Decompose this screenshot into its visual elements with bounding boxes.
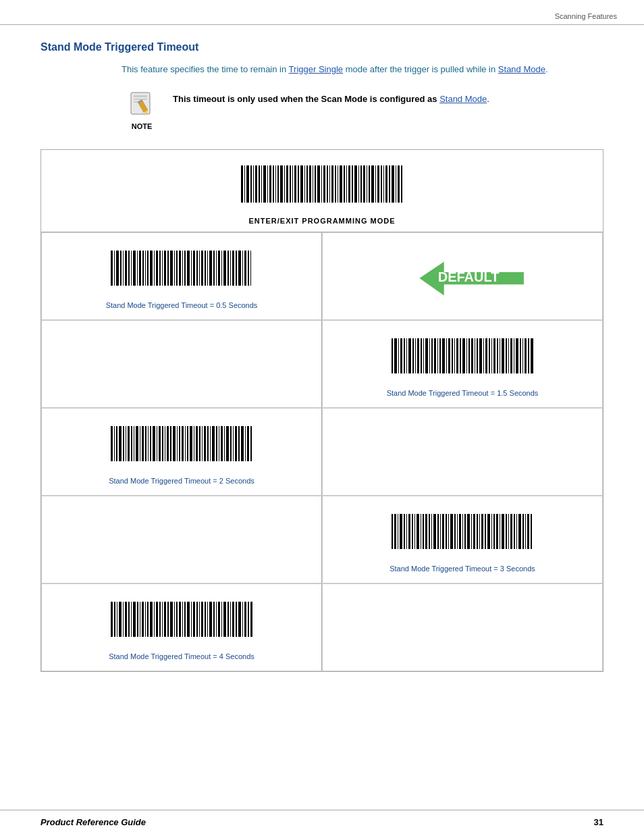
stand-mode-link-note[interactable]: Stand Mode	[439, 94, 487, 104]
svg-rect-277	[142, 602, 144, 637]
svg-rect-147	[479, 338, 482, 373]
barcode-section: ENTER/EXIT PROGRAMMING MODE	[41, 149, 603, 672]
svg-rect-298	[201, 602, 203, 637]
barcode-img-2	[107, 424, 256, 471]
svg-rect-181	[153, 426, 155, 461]
svg-rect-140	[460, 338, 461, 373]
svg-rect-252	[493, 514, 495, 549]
svg-rect-165	[531, 338, 533, 373]
svg-rect-131	[434, 338, 436, 373]
svg-rect-146	[477, 338, 478, 373]
svg-rect-30	[306, 165, 308, 203]
svg-rect-58	[385, 165, 387, 203]
svg-rect-260	[516, 514, 517, 549]
svg-rect-228	[425, 514, 427, 549]
svg-rect-200	[207, 426, 209, 461]
svg-rect-185	[165, 426, 165, 461]
svg-rect-77	[147, 251, 149, 286]
svg-rect-216	[392, 514, 393, 549]
svg-rect-232	[437, 514, 439, 549]
svg-rect-22	[284, 165, 285, 203]
label-0.5: Stand Mode Triggered Timeout = 0.5 Secon…	[106, 301, 258, 309]
svg-rect-251	[491, 514, 492, 549]
svg-rect-92	[191, 251, 192, 286]
svg-rect-103	[221, 251, 222, 286]
enter-exit-row: ENTER/EXIT PROGRAMMING MODE	[41, 150, 603, 232]
svg-rect-286	[167, 602, 169, 637]
svg-rect-255	[502, 514, 504, 549]
svg-rect-309	[232, 602, 234, 637]
svg-rect-271	[125, 602, 127, 637]
svg-rect-179	[148, 426, 149, 461]
trigger-single-link[interactable]: Trigger Single	[289, 64, 343, 74]
svg-rect-258	[510, 514, 512, 549]
svg-rect-225	[417, 514, 419, 549]
enter-exit-label: ENTER/EXIT PROGRAMMING MODE	[248, 217, 395, 225]
svg-rect-167	[114, 426, 115, 461]
svg-rect-20	[277, 165, 279, 203]
svg-rect-266	[111, 602, 113, 637]
footer-left: Product Reference Guide	[41, 817, 146, 827]
svg-rect-154	[500, 338, 500, 373]
svg-rect-223	[412, 514, 413, 549]
svg-rect-242	[464, 514, 466, 549]
note-bold-text: This timeout is only used when the Scan …	[173, 94, 439, 104]
svg-rect-53	[371, 165, 374, 203]
svg-rect-243	[467, 514, 470, 549]
footer-right: 31	[594, 817, 603, 827]
svg-rect-304	[218, 602, 220, 637]
svg-rect-168	[116, 426, 117, 461]
svg-rect-311	[238, 602, 241, 637]
svg-rect-50	[363, 165, 365, 203]
barcode-cell-empty-1	[41, 320, 322, 408]
svg-rect-310	[236, 602, 237, 637]
svg-rect-191	[182, 426, 184, 461]
svg-rect-10	[250, 165, 252, 203]
svg-rect-291	[182, 602, 183, 637]
svg-rect-151	[491, 338, 492, 373]
svg-rect-177	[142, 426, 144, 461]
svg-rect-91	[187, 251, 190, 286]
svg-rect-18	[273, 165, 274, 203]
svg-rect-201	[210, 426, 211, 461]
svg-rect-135	[446, 338, 447, 373]
stand-mode-link-intro[interactable]: Stand Mode	[498, 64, 545, 74]
svg-rect-85	[170, 251, 173, 286]
svg-rect-217	[394, 514, 396, 549]
barcode-cell-0.5: Stand Mode Triggered Timeout = 0.5 Secon…	[41, 232, 322, 320]
svg-rect-44	[346, 165, 347, 203]
svg-rect-51	[367, 165, 367, 203]
svg-rect-163	[525, 338, 527, 373]
svg-rect-8	[244, 165, 245, 203]
svg-rect-265	[531, 514, 532, 549]
svg-rect-113	[250, 251, 251, 286]
default-arrow-svg: DEFAULT	[395, 257, 530, 301]
svg-rect-194	[190, 426, 192, 461]
svg-rect-166	[111, 426, 113, 461]
svg-rect-69	[125, 251, 127, 286]
svg-rect-237	[450, 514, 453, 549]
svg-rect-198	[202, 426, 203, 461]
svg-rect-219	[400, 514, 402, 549]
svg-rect-238	[454, 514, 456, 549]
svg-rect-283	[159, 602, 161, 637]
svg-rect-100	[213, 251, 215, 286]
svg-rect-240	[459, 514, 461, 549]
svg-rect-121	[406, 338, 407, 373]
svg-rect-2	[134, 99, 147, 100]
svg-rect-209	[233, 426, 234, 461]
svg-rect-178	[145, 426, 146, 461]
svg-rect-101	[216, 251, 217, 286]
barcode-cell-empty-4	[322, 583, 603, 671]
svg-rect-207	[226, 426, 229, 461]
svg-rect-21	[280, 165, 283, 203]
svg-rect-88	[179, 251, 181, 286]
svg-rect-245	[473, 514, 475, 549]
barcode-cell-empty-3	[41, 496, 322, 583]
svg-rect-267	[114, 602, 115, 637]
svg-rect-210	[235, 426, 237, 461]
svg-rect-284	[162, 602, 163, 637]
svg-text:DEFAULT: DEFAULT	[438, 270, 500, 285]
svg-rect-276	[140, 602, 140, 637]
svg-rect-7	[241, 165, 243, 203]
